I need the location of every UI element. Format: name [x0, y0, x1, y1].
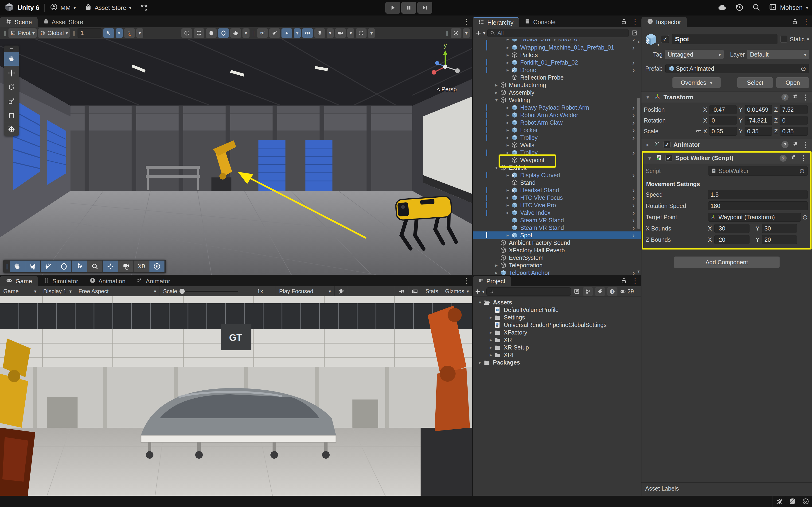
foldout-icon[interactable]: ▾	[644, 94, 651, 100]
play-button[interactable]	[385, 2, 400, 14]
hierarchy-item-pallets[interactable]: ▸Pallets	[473, 51, 641, 59]
step-button[interactable]	[417, 2, 432, 14]
active-checkbox[interactable]: ✓	[661, 35, 669, 43]
foldout-icon[interactable]: ▸	[504, 105, 511, 110]
tab-project[interactable]: Project	[473, 276, 511, 286]
foldout-icon[interactable]: ▸	[504, 202, 511, 208]
overrides-dropdown[interactable]: Overrides▾	[672, 77, 721, 88]
tab-console[interactable]: Console	[519, 17, 561, 27]
z-bounds-y-field[interactable]: 20	[762, 235, 797, 244]
hand-tool[interactable]	[4, 52, 19, 66]
asset-store-menu[interactable]: Asset Store ▾	[85, 3, 131, 12]
asset-labels-section[interactable]: Asset Labels	[642, 482, 812, 494]
hierarchy-item-spot[interactable]: ▸Spot›	[473, 231, 641, 239]
hierarchy-search-input[interactable]: All	[487, 29, 629, 37]
scale-x-field[interactable]: 0.35	[709, 127, 737, 136]
rect-tool[interactable]	[4, 108, 19, 122]
hierarchy-item-ambient-factory-sound[interactable]: Ambient Factory Sound	[473, 239, 641, 246]
prefab-open-chevron[interactable]: ›	[632, 202, 635, 209]
play-focused-dropdown[interactable]: Play Focused▾	[276, 286, 335, 296]
prefab-open-chevron[interactable]: ›	[632, 224, 635, 231]
create-button[interactable]: ▾	[474, 288, 485, 294]
hierarchy-item-trolley[interactable]: ▸Trolley›	[473, 134, 641, 141]
gameobject-name-field[interactable]: Spot	[672, 34, 777, 44]
panel-menu-icon[interactable]: ⋮	[463, 17, 470, 25]
prefab-open-chevron[interactable]: ›	[632, 171, 635, 179]
rendering-debug-button[interactable]	[218, 29, 229, 38]
hierarchy-item-heavy-payload-robot-arm[interactable]: ▸Heavy Payload Robot Arm›	[473, 104, 641, 111]
hierarchy-item-forklift-01-prefab-02[interactable]: ▸Forklift_01_Prefab_02›	[473, 59, 641, 66]
foldout-icon[interactable]: ▸	[504, 127, 511, 133]
project-item-xr-setup[interactable]: ▸XR Setup	[473, 344, 641, 351]
foldout-icon[interactable]: ▸	[504, 195, 511, 201]
hierarchy-item-trolley[interactable]: ▸Trolley›	[473, 149, 641, 156]
presets-icon[interactable]	[792, 94, 798, 101]
foldout-icon[interactable]: ▸	[487, 330, 494, 335]
project-item-xfactory[interactable]: ▸XFactory	[473, 329, 641, 336]
help-icon[interactable]: ?	[779, 155, 786, 162]
hierarchy-item-drone[interactable]: ▸Drone›	[473, 66, 641, 74]
scene-camera-dropdown[interactable]: ▾	[463, 29, 470, 38]
object-picker-icon[interactable]: ⊙	[802, 213, 808, 221]
hierarchy-item-valve-index[interactable]: ▸Valve Index›	[473, 209, 641, 216]
speed-field[interactable]: 1.5	[708, 190, 808, 199]
hierarchy-item-waypoint[interactable]: Waypoint	[473, 156, 641, 164]
project-item-packages[interactable]: ▸Packages	[473, 359, 641, 366]
debug-dropdown[interactable]: ▾	[243, 29, 250, 38]
link-scale-icon[interactable]	[694, 128, 703, 134]
toolstrip-handle-icon[interactable]: ☰	[4, 46, 19, 52]
hierarchy-item-manufacturing[interactable]: ▸Manufacturing	[473, 81, 641, 89]
foldout-icon[interactable]: ▸	[493, 270, 500, 275]
prefab-open-chevron[interactable]: ›	[632, 44, 635, 51]
history-icon[interactable]	[735, 3, 744, 13]
grid-size-field[interactable]: 1	[78, 29, 102, 38]
hierarchy-item-steam-vr-stand[interactable]: Steam VR Stand›	[473, 216, 641, 224]
foldout-icon[interactable]: ▸	[487, 345, 494, 350]
overlay-sphere-button[interactable]	[56, 261, 71, 272]
prefab-open-chevron[interactable]: ›	[632, 216, 635, 224]
grid-snap-toggle[interactable]: Y	[103, 29, 114, 38]
position-z-field[interactable]: 7.52	[779, 105, 808, 114]
transform-header[interactable]: ▾ Transform ? ⋮	[642, 92, 812, 103]
foldout-icon[interactable]: ▸	[504, 52, 511, 58]
game-mode-dropdown[interactable]: Game▾	[0, 286, 40, 296]
display-dropdown[interactable]: Display 1▾	[40, 286, 75, 296]
foldout-icon[interactable]: ▸	[504, 232, 511, 238]
hierarchy-scrollbar[interactable]: ▲ ▼	[637, 40, 641, 274]
camera-dropdown[interactable]: ▾	[347, 29, 354, 38]
position-y-field[interactable]: 0.01459	[745, 105, 772, 114]
persp-collapse-icon[interactable]: <	[437, 86, 440, 93]
foldout-icon[interactable]: ▸	[493, 263, 500, 268]
foldout-icon[interactable]: ▸	[504, 187, 511, 193]
prefab-open-chevron[interactable]: ›	[632, 111, 635, 119]
hierarchy-item-wrapping-machine-01a-prefab-01[interactable]: ▸Wrapping_Machine_01a_Prefab_01›	[473, 44, 641, 51]
layer-dropdown[interactable]: Default▾	[747, 50, 809, 59]
project-item-xr[interactable]: ▸XR	[473, 336, 641, 344]
rotation-x-field[interactable]: 0	[709, 116, 737, 125]
debug-bug-button[interactable]	[335, 286, 348, 296]
tab-game[interactable]: Game	[0, 276, 38, 286]
overlay-fxcluster-button[interactable]	[72, 261, 87, 272]
hidden-packages-button[interactable]: !	[607, 287, 617, 296]
hierarchy-item-tables-01a-prefab-01[interactable]: ▸Tables_01a_Prefab_01›	[473, 39, 641, 44]
help-icon[interactable]: ?	[781, 94, 789, 101]
filter-by-type-button[interactable]	[583, 287, 593, 296]
prefab-open-chevron[interactable]: ›	[632, 231, 635, 239]
debug-bug-button[interactable]	[230, 29, 241, 38]
lock-icon[interactable]	[620, 17, 628, 25]
hierarchy-item-display-curved[interactable]: ▸Display Curved›	[473, 171, 641, 179]
drag-handle[interactable]: ||	[5, 263, 9, 270]
hierarchy-item-htc-vive-pro[interactable]: ▸HTC Vive Pro›	[473, 202, 641, 209]
scroll-down-icon[interactable]: ▼	[637, 270, 641, 274]
open-new-window-icon[interactable]	[573, 288, 581, 295]
tab-scene[interactable]: Scene	[0, 17, 38, 27]
panel-menu-icon[interactable]: ⋮	[631, 277, 639, 285]
rotation-y-field[interactable]: -74.821	[745, 116, 772, 125]
2d-toggle[interactable]: 2D	[257, 29, 268, 38]
foldout-icon[interactable]: ▸	[487, 337, 494, 343]
prefab-open-chevron[interactable]: ›	[632, 126, 635, 134]
foldout-icon[interactable]: ▾	[646, 155, 653, 161]
object-picker-icon[interactable]: ⊙	[801, 65, 806, 72]
cloud-icon[interactable]	[718, 3, 727, 13]
lock-icon[interactable]	[620, 277, 628, 285]
